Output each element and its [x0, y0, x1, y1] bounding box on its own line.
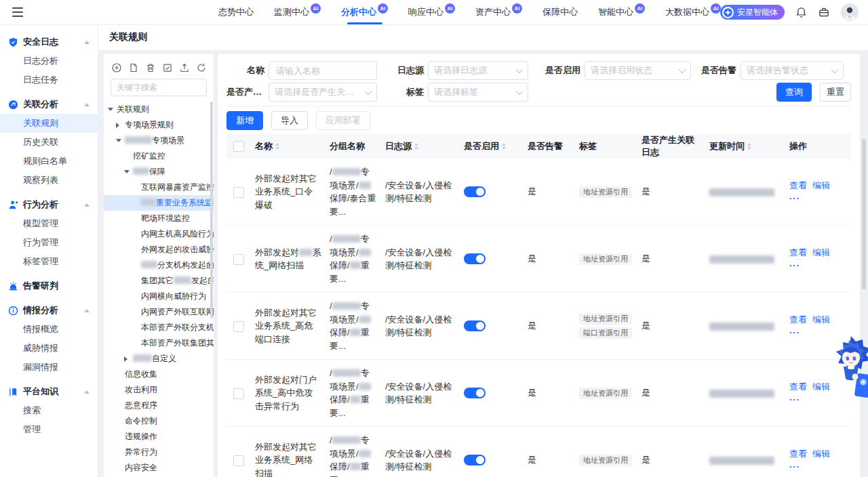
sort-icon[interactable]	[275, 143, 279, 150]
import-button[interactable]: 导入	[271, 111, 308, 130]
tree-search-input[interactable]	[111, 79, 207, 96]
sort-icon[interactable]	[747, 143, 751, 150]
sidebar-item-管理[interactable]: 管理	[0, 420, 98, 439]
sidebar-item-漏洞情报[interactable]: 漏洞情报	[0, 358, 98, 377]
nav-item-2[interactable]: 分析中心AI	[341, 0, 388, 24]
chevron-down-icon[interactable]	[108, 108, 117, 111]
view-link[interactable]: 查看	[789, 247, 807, 257]
sidebar-item-日志任务[interactable]: 日志任务	[0, 70, 98, 89]
sort-icon[interactable]	[414, 143, 418, 150]
tree-node-3[interactable]: 挖矿监控	[104, 148, 214, 164]
refresh-icon[interactable]	[197, 63, 206, 72]
more-actions-button[interactable]: ···	[789, 193, 800, 203]
sidebar-section-3[interactable]: 告警研判	[0, 276, 98, 295]
edit-link[interactable]: 编辑	[812, 180, 830, 190]
notification-bell-icon[interactable]	[795, 7, 807, 18]
chevron-down-icon[interactable]	[116, 139, 125, 142]
sidebar-item-规则白名单[interactable]: 规则白名单	[0, 152, 98, 171]
sidebar-section-0[interactable]: 安全日志	[0, 33, 98, 51]
tree-node-4[interactable]: 保障	[104, 164, 214, 180]
filter-select[interactable]: 请选择告警状态	[741, 61, 844, 80]
view-link[interactable]: 查看	[789, 381, 807, 392]
select-all-checkbox[interactable]	[233, 141, 244, 152]
edit-link[interactable]: 编辑	[812, 314, 830, 325]
tree-node-21[interactable]: 违规操作	[104, 429, 214, 444]
filter-select[interactable]: 请选择日志源	[428, 61, 528, 80]
tree-node-10[interactable]: 分支机构发起的...	[104, 257, 214, 273]
sidebar-item-日志分析[interactable]: 日志分析	[0, 51, 98, 70]
more-actions-button[interactable]: ···	[789, 461, 800, 472]
query-button[interactable]: 查询	[776, 83, 812, 102]
view-link[interactable]: 查看	[789, 314, 807, 325]
sidebar-item-模型管理[interactable]: 模型管理	[0, 214, 98, 233]
nav-item-7[interactable]: 大数据中心AI	[665, 0, 721, 24]
sidebar-item-行为管理[interactable]: 行为管理	[0, 233, 98, 252]
column-header-3[interactable]: 是否启用	[460, 134, 524, 159]
enable-toggle[interactable]	[464, 253, 486, 264]
sort-icon[interactable]	[502, 143, 506, 150]
user-avatar[interactable]	[841, 3, 859, 21]
enable-toggle[interactable]	[464, 186, 486, 197]
enable-toggle[interactable]	[464, 455, 486, 465]
tree-scrollbar[interactable]	[210, 102, 213, 318]
sidebar-item-观察列表[interactable]: 观察列表	[0, 171, 98, 190]
tree-node-16[interactable]: 自定义	[104, 351, 214, 367]
sidebar-item-威胁情报[interactable]: 威胁情报	[0, 339, 98, 358]
chevron-down-icon[interactable]	[124, 170, 133, 173]
tree-node-15[interactable]: 本部资产外联集团其...	[104, 335, 214, 351]
tree-node-18[interactable]: 攻击利用	[104, 382, 214, 398]
sidebar-item-标签管理[interactable]: 标签管理	[0, 252, 98, 271]
tree-node-22[interactable]: 异常行为	[104, 444, 214, 460]
sidebar-section-5[interactable]: 平台知识	[0, 382, 98, 401]
more-actions-button[interactable]: ···	[789, 394, 800, 405]
row-checkbox[interactable]	[233, 455, 244, 466]
edit-icon[interactable]	[163, 63, 172, 72]
nav-item-3[interactable]: 响应中心AI	[408, 0, 455, 24]
column-header-0[interactable]: 名称	[251, 134, 326, 159]
tree-node-17[interactable]: 信息收集	[104, 367, 214, 382]
menu-hamburger-icon[interactable]	[12, 7, 23, 17]
more-actions-button[interactable]: ···	[789, 260, 800, 270]
tree-node-7[interactable]: 靶场环境监控	[104, 211, 214, 226]
row-checkbox[interactable]	[233, 254, 244, 265]
view-link[interactable]: 查看	[789, 449, 807, 459]
tree-node-19[interactable]: 恶意程序	[104, 398, 214, 413]
tree-node-20[interactable]: 命令控制	[104, 413, 214, 429]
nav-item-6[interactable]: 智能中心AI	[598, 0, 645, 24]
more-actions-button[interactable]: ···	[789, 327, 800, 337]
enable-toggle[interactable]	[464, 388, 486, 398]
tree-node-2[interactable]: 专项场景	[104, 133, 214, 148]
sidebar-section-4[interactable]: 情报分析	[0, 301, 98, 320]
row-checkbox[interactable]	[233, 388, 244, 399]
nav-item-5[interactable]: 保障中心	[542, 0, 578, 24]
page-scrollbar[interactable]	[862, 139, 866, 289]
add-circle-icon[interactable]	[112, 63, 121, 72]
tree-node-5[interactable]: 互联网暴露资产监控	[104, 180, 214, 195]
row-checkbox[interactable]	[233, 321, 244, 332]
filter-select[interactable]: 请选择标签	[428, 83, 528, 102]
sidebar-item-搜索[interactable]: 搜索	[0, 401, 98, 420]
tree-node-1[interactable]: 专项场景规则	[104, 117, 214, 133]
tree-node-14[interactable]: 本部资产外联分支机...	[104, 320, 214, 335]
edit-link[interactable]: 编辑	[812, 449, 830, 459]
view-link[interactable]: 查看	[789, 180, 807, 190]
tree-node-9[interactable]: 外网发起的攻击威胁	[104, 242, 214, 257]
edit-link[interactable]: 编辑	[812, 247, 830, 257]
sidebar-item-关联规则[interactable]: 关联规则	[0, 114, 98, 133]
nav-item-0[interactable]: 态势中心	[218, 0, 254, 24]
tree-node-8[interactable]: 内网主机高风险行为...	[104, 226, 214, 242]
app-toolbox-icon[interactable]	[818, 7, 830, 18]
column-header-2[interactable]: 日志源	[381, 134, 460, 159]
edit-link[interactable]: 编辑	[812, 381, 830, 392]
column-header-7[interactable]: 更新时间	[705, 134, 785, 159]
tree-node-13[interactable]: 内网资产外联互联网...	[104, 304, 214, 320]
tree-node-12[interactable]: 内网横向威胁行为	[104, 289, 214, 304]
ai-assistant-button[interactable]: 安星智能体	[720, 5, 785, 20]
export-icon[interactable]	[180, 63, 189, 72]
tree-node-23[interactable]: 内容安全	[104, 460, 214, 476]
sidebar-item-历史关联[interactable]: 历史关联	[0, 133, 98, 152]
enable-toggle[interactable]	[464, 320, 486, 331]
add-rule-button[interactable]: 新增	[226, 111, 263, 130]
chevron-right-icon[interactable]	[116, 123, 125, 128]
chevron-right-icon[interactable]	[124, 356, 133, 362]
